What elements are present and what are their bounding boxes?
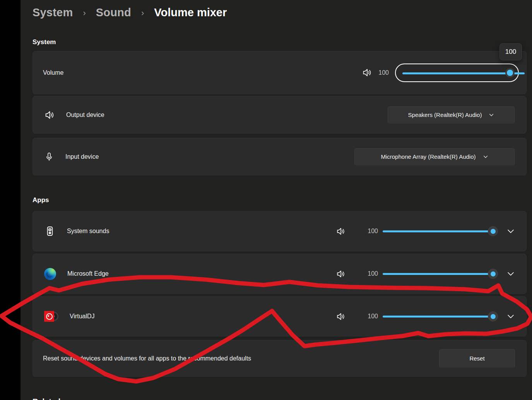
- app-name: Microsoft Edge: [67, 270, 336, 277]
- app-volume-value: 100: [365, 228, 378, 235]
- volume-card: Volume 100: [33, 51, 527, 94]
- breadcrumb-system[interactable]: System: [33, 6, 73, 19]
- app-row-microsoft-edge: Microsoft Edge 100: [33, 254, 527, 294]
- microphone-icon: [44, 152, 54, 162]
- chevron-down-icon[interactable]: [507, 270, 515, 278]
- volume-label: Volume: [43, 69, 362, 76]
- output-device-dropdown[interactable]: Speakers (Realtek(R) Audio): [388, 106, 515, 124]
- volume-value: 100: [378, 69, 389, 76]
- app-name: System sounds: [67, 228, 336, 235]
- app-volume-value: 100: [365, 270, 378, 277]
- volume-slider-thumb[interactable]: [505, 68, 515, 77]
- app-volume-value: 100: [365, 313, 378, 320]
- reset-card: Reset sound devices and volumes for all …: [33, 340, 527, 377]
- output-device-card: Output device Speakers (Realtek(R) Audio…: [33, 96, 527, 134]
- chevron-down-icon: [489, 112, 494, 118]
- speaker-icon[interactable]: [336, 269, 346, 279]
- chevron-down-icon: [483, 154, 488, 160]
- breadcrumb: System › Sound › Volume mixer: [33, 6, 227, 19]
- settings-page: System › Sound › Volume mixer System 100…: [21, 0, 532, 400]
- app-row-virtualdj: VirtualDJ 100: [33, 296, 527, 336]
- input-device-label: Input device: [65, 153, 354, 160]
- input-device-card: Input device Microphone Array (Realtek(R…: [33, 138, 527, 175]
- virtualdj-logo-box: [44, 311, 54, 322]
- edge-icon: [44, 268, 56, 280]
- app-volume-slider[interactable]: [383, 269, 497, 279]
- app-slider-track: [383, 230, 497, 232]
- chevron-down-icon[interactable]: [507, 312, 515, 320]
- system-section-heading: System: [33, 38, 56, 46]
- app-slider-track: [383, 273, 497, 275]
- app-slider-thumb[interactable]: [488, 226, 498, 236]
- speaker-icon[interactable]: [336, 312, 346, 321]
- slider-value-tooltip: 100: [499, 43, 522, 60]
- app-volume-slider[interactable]: [383, 311, 497, 321]
- input-device-dropdown[interactable]: Microphone Array (Realtek(R) Audio): [354, 148, 515, 165]
- app-slider-thumb[interactable]: [488, 269, 498, 279]
- app-row-system-sounds: System sounds 100: [33, 211, 527, 251]
- chevron-right-icon: ›: [83, 7, 86, 18]
- app-slider-thumb[interactable]: [488, 311, 498, 321]
- system-sounds-icon: [44, 225, 56, 237]
- app-volume-slider[interactable]: [383, 226, 497, 236]
- clipped-section-heading: Related: [33, 397, 60, 400]
- volume-slider[interactable]: [395, 64, 519, 82]
- reset-description: Reset sound devices and volumes for all …: [43, 355, 439, 362]
- page-title: Volume mixer: [154, 6, 227, 19]
- chevron-right-icon: ›: [141, 7, 144, 18]
- speaker-icon[interactable]: [362, 67, 372, 78]
- app-slider-track: [383, 316, 497, 318]
- reset-button[interactable]: Reset: [439, 349, 515, 368]
- speaker-icon[interactable]: [336, 227, 346, 236]
- virtualdj-icon: [44, 311, 58, 322]
- speaker-icon: [44, 110, 55, 120]
- apps-section-heading: Apps: [33, 196, 49, 204]
- app-name: VirtualDJ: [70, 313, 336, 320]
- output-device-label: Output device: [66, 112, 388, 118]
- chevron-down-icon[interactable]: [507, 227, 515, 235]
- output-device-selected: Speakers (Realtek(R) Audio): [408, 112, 482, 118]
- input-device-selected: Microphone Array (Realtek(R) Audio): [381, 153, 476, 160]
- breadcrumb-sound[interactable]: Sound: [96, 6, 131, 19]
